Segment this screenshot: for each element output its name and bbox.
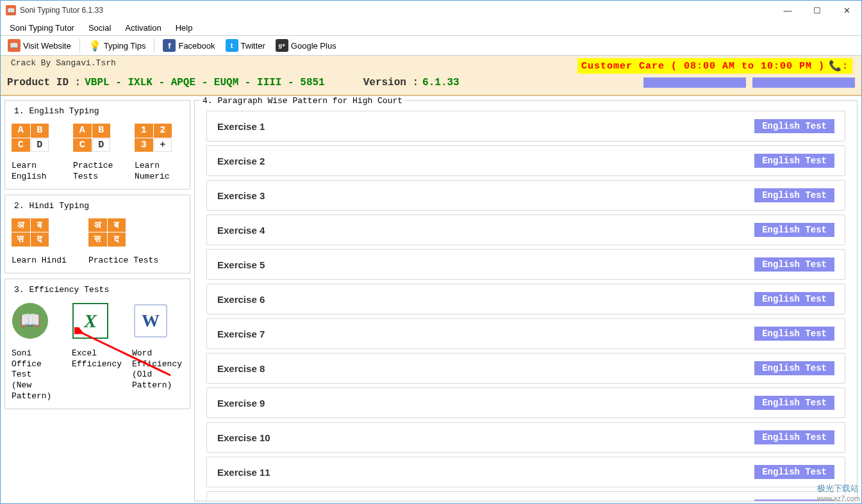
english-test-button[interactable]: English Test bbox=[754, 292, 834, 306]
menu-item-activation[interactable]: Activation bbox=[120, 22, 166, 34]
visit-website-label: Visit Website bbox=[23, 41, 71, 51]
exercise-row[interactable]: Exercise 9English Test bbox=[206, 387, 845, 418]
excel-efficiency-label: Excel Efficiency bbox=[72, 348, 123, 370]
english-test-button[interactable]: English Test bbox=[754, 223, 834, 237]
exercise-label: Exercise 8 bbox=[217, 363, 265, 374]
english-test-button[interactable]: English Test bbox=[754, 465, 834, 479]
exercise-list[interactable]: Exercise 1English TestExercise 2English … bbox=[195, 110, 857, 501]
word-efficiency-button[interactable]: W Word Efficiency (Old Pattern) bbox=[132, 302, 183, 392]
close-button[interactable]: ✕ bbox=[832, 1, 861, 20]
book-icon: 📖 bbox=[8, 39, 21, 52]
progress-bar-1 bbox=[643, 77, 746, 88]
excel-efficiency-button[interactable]: X Excel Efficiency bbox=[72, 302, 123, 370]
panel-english-title: 1. English Typing bbox=[12, 106, 102, 116]
exercise-row[interactable]: Exercise 4English Test bbox=[206, 215, 845, 245]
abc-grid-icon-2: ABCD bbox=[73, 124, 110, 152]
exercise-label: Exercise 6 bbox=[217, 294, 265, 305]
titlebar: 📖 Soni Typing Tutor 6.1.33 — ☐ ✕ bbox=[1, 1, 861, 20]
visit-website-button[interactable]: 📖 Visit Website bbox=[3, 37, 76, 54]
exercise-label: Exercise 3 bbox=[217, 190, 265, 201]
exercise-row[interactable]: Exercise 1English Test bbox=[206, 111, 845, 142]
practice-tests-english-button[interactable]: ABCD Practice Tests bbox=[73, 124, 122, 183]
english-test-button[interactable]: English Test bbox=[754, 500, 834, 501]
numeric-grid-icon: 123+ bbox=[135, 124, 172, 152]
learn-english-label: Learn English bbox=[12, 161, 47, 183]
exercise-row[interactable]: Exercise 3English Test bbox=[206, 180, 845, 211]
facebook-icon: f bbox=[163, 39, 176, 52]
twitter-button[interactable]: t Twitter bbox=[221, 37, 270, 54]
facebook-button[interactable]: f Facebook bbox=[158, 37, 219, 54]
customer-care-text: Customer Care ( 08:00 AM to 10:00 PM ) bbox=[581, 61, 825, 72]
sidebar: 1. English Typing ABCD Learn English ABC… bbox=[1, 96, 194, 501]
exercise-label: Exercise 4 bbox=[217, 225, 265, 236]
word-icon: W bbox=[133, 303, 169, 339]
learn-hindi-button[interactable]: अबसद Learn Hindi bbox=[12, 218, 76, 266]
excel-icon: X bbox=[72, 303, 108, 339]
version-value: 6.1.33 bbox=[422, 77, 460, 88]
exercise-label: Exercise 1 bbox=[217, 121, 265, 132]
panel-hindi-title: 2. Hindi Typing bbox=[12, 201, 92, 211]
typing-tips-button[interactable]: 💡 Typing Tips bbox=[84, 37, 151, 54]
exercise-row[interactable]: Exercise 2English Test bbox=[206, 145, 845, 176]
menu-item-social[interactable]: Social bbox=[83, 22, 116, 34]
twitter-icon: t bbox=[226, 39, 238, 52]
soni-office-label: Soni Office Test (New Pattern) bbox=[12, 348, 63, 402]
typing-tips-label: Typing Tips bbox=[104, 41, 146, 51]
learn-numeric-button[interactable]: 123+ Learn Numeric bbox=[135, 124, 183, 183]
exercise-panel-title: 4. Paragraph Wise Pattern for High Court bbox=[200, 96, 405, 106]
menu-item-soni[interactable]: Soni Typing Tutor bbox=[4, 22, 79, 34]
word-efficiency-label: Word Efficiency (Old Pattern) bbox=[132, 348, 183, 392]
menu-item-help[interactable]: Help bbox=[170, 22, 198, 34]
exercise-row[interactable]: Exercise 6English Test bbox=[206, 284, 845, 314]
progress-bar-2 bbox=[752, 77, 855, 88]
english-test-button[interactable]: English Test bbox=[754, 327, 834, 341]
english-test-button[interactable]: English Test bbox=[754, 154, 834, 168]
english-test-button[interactable]: English Test bbox=[754, 361, 834, 375]
googleplus-button[interactable]: g+ Google Plus bbox=[271, 37, 341, 54]
exercise-label: Exercise 5 bbox=[217, 259, 265, 270]
panel-hindi-typing: 2. Hindi Typing अबसद Learn Hindi अबसद Pr… bbox=[4, 195, 190, 273]
customer-care-suffix: : bbox=[842, 61, 849, 72]
exercise-label: Exercise 10 bbox=[217, 432, 270, 443]
toolbar: 📖 Visit Website 💡 Typing Tips f Facebook… bbox=[1, 35, 861, 56]
exercise-label: Exercise 7 bbox=[217, 329, 265, 339]
infobar: Crack By Sangavi.Tsrh Customer Care ( 08… bbox=[1, 56, 861, 96]
exercise-row[interactable]: Exercise 7English Test bbox=[206, 318, 845, 349]
panel-efficiency-title: 3. Efficiency Tests bbox=[12, 285, 112, 295]
googleplus-icon: g+ bbox=[276, 39, 288, 52]
practice-tests-hindi-label: Practice Tests bbox=[88, 256, 158, 266]
window-title: Soni Typing Tutor 6.1.33 bbox=[20, 6, 103, 15]
bulb-icon: 💡 bbox=[88, 39, 101, 52]
customer-care: Customer Care ( 08:00 AM to 10:00 PM ) 📞… bbox=[577, 58, 852, 74]
main-area: 4. Paragraph Wise Pattern for High Court… bbox=[194, 96, 861, 501]
exercise-label: Exercise 2 bbox=[217, 156, 265, 167]
practice-tests-hindi-button[interactable]: अबसद Practice Tests bbox=[88, 218, 165, 266]
exercise-row[interactable]: Exercise 8English Test bbox=[206, 353, 845, 384]
english-test-button[interactable]: English Test bbox=[754, 188, 834, 202]
soni-office-test-button[interactable]: 📖 Soni Office Test (New Pattern) bbox=[12, 302, 63, 402]
english-test-button[interactable]: English Test bbox=[754, 257, 834, 272]
googleplus-label: Google Plus bbox=[291, 41, 336, 51]
exercise-row[interactable]: Exercise 5English Test bbox=[206, 249, 845, 280]
facebook-label: Facebook bbox=[178, 41, 215, 51]
practice-tests-english-label: Practice Tests bbox=[73, 161, 113, 183]
minimize-button[interactable]: — bbox=[773, 1, 802, 20]
twitter-label: Twitter bbox=[241, 41, 265, 51]
english-test-button[interactable]: English Test bbox=[754, 396, 834, 410]
exercise-row[interactable]: Exercise 12English Test bbox=[206, 491, 845, 501]
learn-english-button[interactable]: ABCD Learn English bbox=[12, 124, 60, 183]
exercise-label: Exercise 9 bbox=[217, 398, 265, 409]
english-test-button[interactable]: English Test bbox=[754, 430, 834, 444]
panel-efficiency-tests: 3. Efficiency Tests 📖 Soni Office Test (… bbox=[4, 279, 190, 409]
exercise-panel: 4. Paragraph Wise Pattern for High Court… bbox=[194, 100, 858, 501]
exercise-row[interactable]: Exercise 11English Test bbox=[206, 457, 845, 487]
product-id-value: VBPL - IXLK - APQE - EUQM - IIII - 5851 bbox=[85, 77, 324, 88]
soni-office-icon: 📖 bbox=[12, 303, 48, 339]
maximize-button[interactable]: ☐ bbox=[802, 1, 832, 20]
app-icon: 📖 bbox=[6, 5, 16, 15]
learn-hindi-label: Learn Hindi bbox=[12, 256, 67, 266]
menubar: Soni Typing Tutor Social Activation Help bbox=[1, 20, 861, 35]
english-test-button[interactable]: English Test bbox=[754, 119, 834, 133]
exercise-row[interactable]: Exercise 10English Test bbox=[206, 422, 845, 453]
learn-numeric-label: Learn Numeric bbox=[135, 161, 170, 183]
